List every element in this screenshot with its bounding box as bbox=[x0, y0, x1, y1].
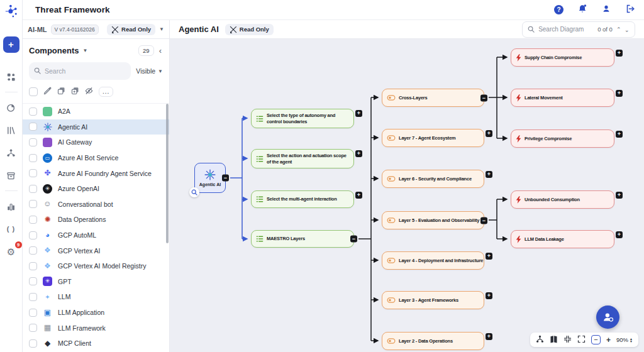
components-title[interactable]: Components bbox=[29, 46, 79, 55]
diagram-node-layer[interactable]: Layer 6 - Security and Compliance+ bbox=[382, 170, 484, 188]
components-dropdown-caret[interactable]: ▼ bbox=[82, 48, 87, 53]
components-list: A2A Agentic AI AI Gateway ▭Azure AI Bot … bbox=[23, 104, 169, 352]
expand-toggle[interactable]: + bbox=[486, 253, 492, 260]
expand-toggle[interactable]: + bbox=[616, 231, 623, 238]
list-item-data-operations[interactable]: ✺Data Operations bbox=[23, 212, 169, 228]
collapse-panel-icon[interactable]: ‹ bbox=[158, 46, 163, 55]
minimap-icon[interactable] bbox=[550, 334, 558, 346]
settings-gear-icon[interactable]: ⚙9 bbox=[3, 244, 19, 259]
expand-toggle[interactable]: + bbox=[355, 150, 362, 157]
components-grid-icon[interactable] bbox=[3, 69, 19, 84]
list-item-gpt[interactable]: ✳GPT bbox=[23, 274, 169, 290]
user-action-fab[interactable] bbox=[596, 305, 619, 329]
collapse-toggle[interactable]: − bbox=[222, 175, 229, 182]
diagram-node-threat[interactable]: Unbounded Consumption+ bbox=[511, 190, 614, 209]
list-item-llm-application[interactable]: ▣LLM Application bbox=[23, 305, 169, 321]
azure-openai-icon: ✳ bbox=[43, 184, 52, 194]
library-icon[interactable] bbox=[3, 123, 19, 138]
diagram-node-root[interactable]: Agentic AI − bbox=[194, 163, 226, 193]
zoom-out-button[interactable]: − bbox=[591, 335, 601, 344]
collapse-toggle[interactable]: − bbox=[480, 217, 487, 224]
code-icon[interactable]: ( ) bbox=[3, 221, 19, 236]
expand-toggle[interactable]: + bbox=[616, 90, 623, 97]
list-item-gcp-vertex[interactable]: ❖GCP Vertex AI bbox=[23, 243, 169, 258]
diagram-node-layer[interactable]: Layer 2 - Data Operations+ bbox=[382, 332, 484, 350]
azure-foundry-icon: ✤ bbox=[43, 168, 52, 178]
expand-toggle[interactable]: + bbox=[486, 333, 492, 340]
select-all-checkbox[interactable] bbox=[29, 87, 38, 96]
search-prev-icon[interactable]: ⌃ bbox=[616, 26, 621, 33]
toggle-icon bbox=[387, 338, 396, 344]
diagram-search-input[interactable] bbox=[538, 26, 594, 33]
diagram-node-layer[interactable]: Cross-Layers− bbox=[382, 89, 484, 107]
archive-icon[interactable] bbox=[3, 168, 19, 183]
diagram-node-layer[interactable]: Layer 5 - Evaluation and Observability− bbox=[382, 211, 484, 229]
zoom-level[interactable]: 90%▲▼ bbox=[616, 336, 633, 343]
copy-icon[interactable] bbox=[57, 86, 65, 97]
expand-toggle[interactable]: + bbox=[616, 192, 623, 199]
collapse-toggle[interactable]: − bbox=[350, 236, 357, 243]
list-item-a2a[interactable]: A2A bbox=[23, 104, 169, 119]
expand-toggle[interactable]: + bbox=[486, 130, 492, 137]
llm-framework-icon: ▦ bbox=[43, 323, 52, 333]
sign-out-icon[interactable] bbox=[625, 4, 635, 16]
diagram-node-threat[interactable]: Lateral Movement+ bbox=[511, 89, 614, 107]
duplicate-add-icon[interactable] bbox=[71, 86, 79, 97]
zoom-in-button[interactable]: + bbox=[606, 336, 611, 344]
list-item-conversational-bot[interactable]: ☺Conversational bot bbox=[23, 197, 169, 212]
diagram-node-layer[interactable]: Layer 4 - Deployment and Infrastructure+ bbox=[382, 251, 484, 270]
hide-eye-off-icon[interactable] bbox=[85, 86, 93, 97]
more-options-button[interactable]: ... bbox=[99, 87, 113, 97]
list-item-agentic-ai[interactable]: Agentic AI bbox=[23, 119, 169, 135]
list-item-gcp-vertex-registry[interactable]: ❖GCP Vertex AI Model Registry bbox=[23, 258, 169, 274]
list-item-gcp-automl[interactable]: ◕GCP AutoML bbox=[23, 228, 169, 243]
list-item-llm[interactable]: ✦LLM bbox=[23, 289, 169, 305]
zoom-to-node-icon[interactable] bbox=[189, 187, 199, 197]
expand-toggle[interactable]: + bbox=[616, 131, 623, 138]
analytics-icon[interactable] bbox=[3, 199, 19, 214]
diagram-flow-icon[interactable] bbox=[3, 145, 19, 160]
diagram-node-step[interactable]: MAESTRO Layers− bbox=[251, 230, 354, 248]
expand-toggle[interactable]: + bbox=[355, 110, 362, 117]
list-icon bbox=[256, 155, 264, 163]
visibility-filter[interactable]: Visible▼ bbox=[136, 67, 163, 75]
diagram-node-step[interactable]: Select the action and actuation scope of… bbox=[251, 149, 354, 168]
expand-toggle[interactable]: + bbox=[486, 292, 492, 299]
expand-toggle[interactable]: + bbox=[355, 192, 362, 199]
diagram-node-step[interactable]: Select the type of autonomy and control … bbox=[251, 109, 354, 128]
sidebar-scrollbar[interactable] bbox=[166, 104, 169, 243]
components-search-input[interactable] bbox=[45, 67, 108, 75]
top-header: Threat Framework ? bbox=[23, 0, 644, 20]
version-badge[interactable]: V v7.4-01162026 bbox=[51, 25, 99, 35]
notifications-bell-icon[interactable] bbox=[577, 4, 587, 16]
diagram-node-layer[interactable]: Layer 3 - Agent Frameworks+ bbox=[382, 291, 484, 309]
layout-tree-icon[interactable] bbox=[536, 334, 544, 346]
diagram-node-threat[interactable]: Supply Chain Compromise+ bbox=[511, 48, 614, 67]
list-item-ai-gateway[interactable]: AI Gateway bbox=[23, 135, 169, 150]
project-name[interactable]: AI-ML bbox=[28, 26, 47, 33]
list-icon bbox=[256, 235, 264, 243]
diagram-node-threat[interactable]: LLM Data Leakage+ bbox=[511, 230, 614, 248]
search-next-icon[interactable]: ⌃ bbox=[625, 26, 630, 33]
list-item-llm-framework[interactable]: ▦LLM Framework bbox=[23, 320, 169, 336]
diagram-node-step[interactable]: Select the multi-agent interaction+ bbox=[251, 190, 354, 208]
diagram-canvas[interactable]: Agentic AI − Select the type of autonomy… bbox=[170, 39, 644, 352]
collapse-toggle[interactable]: − bbox=[480, 94, 487, 101]
expand-toggle[interactable]: + bbox=[486, 171, 492, 178]
list-item-mcp-client[interactable]: ◆MCP Client bbox=[23, 336, 169, 351]
project-dropdown-caret[interactable]: ▼ bbox=[159, 26, 164, 32]
llm-application-icon: ▣ bbox=[43, 308, 52, 317]
list-item-azure-openai[interactable]: ✳Azure OpenAI bbox=[23, 181, 169, 197]
diagram-node-layer[interactable]: Layer 7 - Agent Ecosystem+ bbox=[382, 129, 484, 147]
fit-view-icon[interactable] bbox=[564, 334, 572, 346]
help-icon[interactable]: ? bbox=[554, 5, 564, 14]
pie-chart-icon[interactable] bbox=[3, 100, 19, 115]
list-item-azure-foundry[interactable]: ✤Azure AI Foundry Agent Service bbox=[23, 165, 169, 181]
edit-pencil-icon[interactable] bbox=[43, 86, 52, 97]
account-user-icon[interactable] bbox=[601, 4, 611, 16]
list-item-azure-bot[interactable]: ▭Azure AI Bot Service bbox=[23, 150, 169, 166]
fullscreen-icon[interactable] bbox=[577, 334, 586, 346]
create-new-button[interactable]: + bbox=[3, 36, 19, 53]
expand-toggle[interactable]: + bbox=[616, 50, 623, 57]
diagram-node-threat[interactable]: Privilege Compromise+ bbox=[511, 129, 614, 148]
